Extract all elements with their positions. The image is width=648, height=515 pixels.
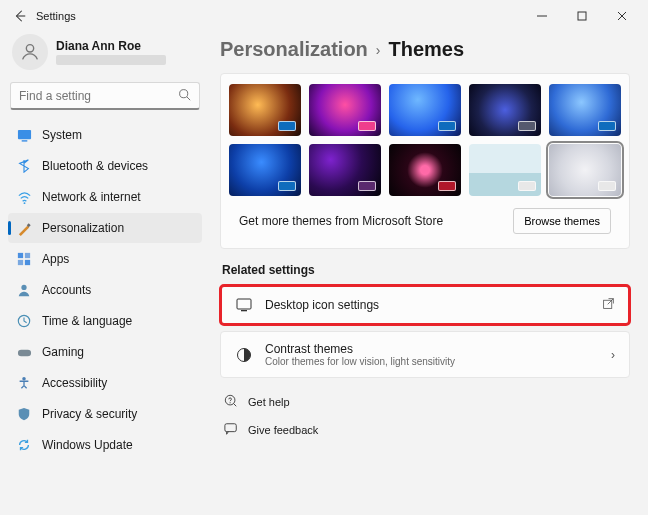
store-text: Get more themes from Microsoft Store	[239, 214, 443, 228]
theme-swatch	[278, 181, 296, 191]
give-feedback-link[interactable]: Give feedback	[220, 416, 630, 444]
apps-icon	[16, 251, 32, 267]
personalization-icon	[16, 220, 32, 236]
search-input[interactable]	[19, 89, 178, 103]
nav-system[interactable]: System	[8, 120, 202, 150]
profile[interactable]: Diana Ann Roe	[8, 32, 202, 78]
feedback-icon	[224, 422, 238, 438]
theme-thumbnail[interactable]	[389, 84, 461, 136]
theme-thumbnail[interactable]	[309, 144, 381, 196]
svg-point-2	[26, 45, 33, 52]
svg-rect-11	[18, 260, 23, 265]
close-button[interactable]	[602, 2, 642, 30]
svg-rect-6	[21, 140, 27, 141]
theme-swatch	[438, 181, 456, 191]
help-icon	[224, 394, 238, 410]
svg-point-7	[23, 202, 25, 204]
user-email-placeholder	[56, 55, 166, 65]
nav-bluetooth[interactable]: Bluetooth & devices	[8, 151, 202, 181]
gaming-icon	[16, 344, 32, 360]
nav-apps[interactable]: Apps	[8, 244, 202, 274]
minimize-button[interactable]	[522, 2, 562, 30]
search-icon	[178, 88, 191, 104]
theme-swatch	[358, 181, 376, 191]
themes-grid	[229, 84, 621, 196]
svg-point-21	[225, 395, 235, 405]
svg-rect-5	[17, 129, 30, 138]
maximize-button[interactable]	[562, 2, 602, 30]
theme-swatch	[518, 181, 536, 191]
theme-swatch	[598, 121, 616, 131]
desktop-icon-settings-row[interactable]: Desktop icon settings	[220, 285, 630, 325]
theme-thumbnail[interactable]	[469, 84, 541, 136]
window-title: Settings	[36, 10, 76, 22]
breadcrumb: Personalization › Themes	[220, 38, 630, 61]
nav-list: System Bluetooth & devices Network & int…	[8, 120, 202, 460]
svg-rect-17	[237, 299, 251, 309]
search-box[interactable]	[10, 82, 200, 110]
update-icon	[16, 437, 32, 453]
breadcrumb-parent[interactable]: Personalization	[220, 38, 368, 61]
user-name: Diana Ann Roe	[56, 39, 166, 53]
contrast-icon	[235, 346, 253, 364]
main-content: Personalization › Themes Get more themes…	[210, 32, 648, 515]
svg-line-4	[187, 96, 190, 99]
theme-thumbnail[interactable]	[309, 84, 381, 136]
network-icon	[16, 189, 32, 205]
svg-rect-15	[17, 349, 30, 356]
system-icon	[16, 127, 32, 143]
svg-point-22	[230, 402, 231, 403]
svg-rect-18	[241, 310, 247, 311]
svg-line-23	[234, 404, 237, 407]
svg-point-13	[21, 285, 26, 290]
nav-update[interactable]: Windows Update	[8, 430, 202, 460]
svg-rect-12	[25, 260, 30, 265]
theme-thumbnail[interactable]	[229, 84, 301, 136]
theme-thumbnail[interactable]	[549, 84, 621, 136]
nav-accounts[interactable]: Accounts	[8, 275, 202, 305]
contrast-themes-row[interactable]: Contrast themes Color themes for low vis…	[220, 331, 630, 378]
theme-thumbnail[interactable]	[389, 144, 461, 196]
svg-point-16	[22, 377, 26, 381]
theme-swatch	[278, 121, 296, 131]
chevron-right-icon: ›	[376, 42, 381, 58]
svg-rect-9	[18, 253, 23, 258]
nav-personalization[interactable]: Personalization	[8, 213, 202, 243]
nav-network[interactable]: Network & internet	[8, 182, 202, 212]
titlebar: Settings	[0, 0, 648, 32]
svg-point-3	[180, 89, 188, 97]
svg-rect-24	[225, 424, 236, 432]
avatar	[12, 34, 48, 70]
svg-rect-10	[25, 253, 30, 258]
chevron-right-icon: ›	[611, 348, 615, 362]
accessibility-icon	[16, 375, 32, 391]
themes-card: Get more themes from Microsoft Store Bro…	[220, 73, 630, 249]
bluetooth-icon	[16, 158, 32, 174]
theme-swatch	[598, 181, 616, 191]
theme-swatch	[518, 121, 536, 131]
theme-swatch	[358, 121, 376, 131]
theme-thumbnail[interactable]	[469, 144, 541, 196]
breadcrumb-current: Themes	[388, 38, 464, 61]
sidebar: Diana Ann Roe System Bluetooth & devices…	[0, 32, 210, 515]
nav-gaming[interactable]: Gaming	[8, 337, 202, 367]
privacy-icon	[16, 406, 32, 422]
svg-rect-1	[578, 12, 586, 20]
related-heading: Related settings	[222, 263, 630, 277]
open-external-icon	[602, 297, 615, 313]
theme-swatch	[438, 121, 456, 131]
nav-privacy[interactable]: Privacy & security	[8, 399, 202, 429]
theme-thumbnail[interactable]	[549, 144, 621, 196]
nav-time[interactable]: Time & language	[8, 306, 202, 336]
browse-themes-button[interactable]: Browse themes	[513, 208, 611, 234]
theme-thumbnail[interactable]	[229, 144, 301, 196]
time-icon	[16, 313, 32, 329]
get-help-link[interactable]: Get help	[220, 388, 630, 416]
back-button[interactable]	[6, 2, 34, 30]
desktop-icon	[235, 296, 253, 314]
accounts-icon	[16, 282, 32, 298]
nav-accessibility[interactable]: Accessibility	[8, 368, 202, 398]
